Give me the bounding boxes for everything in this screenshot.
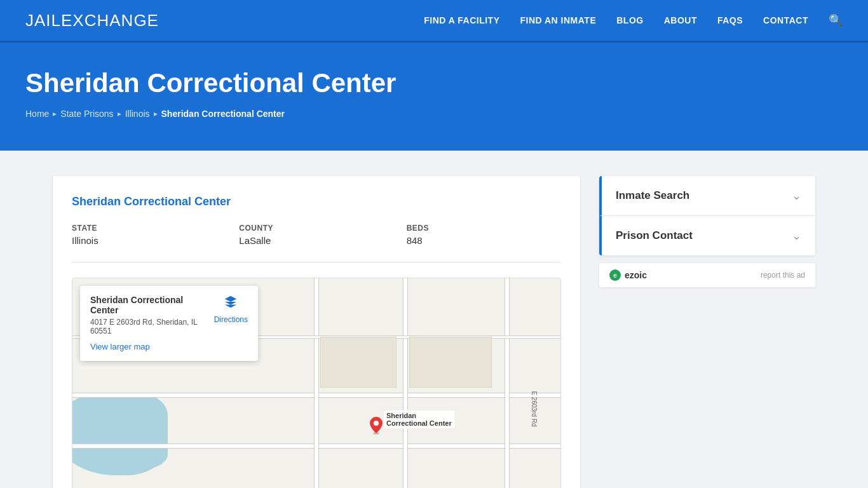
hero-section: Sheridan Correctional Center Home ▸ Stat… [0, 43, 868, 151]
road-v1 [314, 278, 319, 488]
right-sidebar: Inmate Search ⌄ Prison Contact ⌄ e ezoic… [599, 176, 815, 287]
map-info-title: Sheridan Correctional Center [90, 295, 209, 315]
beds-value: 848 [407, 235, 423, 246]
map-info-box: Sheridan Correctional Center 4017 E 2603… [80, 286, 258, 361]
header: JAILEXCHANGE FIND A FACILITY FIND AN INM… [0, 0, 868, 41]
road-label: E 2603rd Rd [531, 391, 538, 426]
state-value: Illinois [72, 235, 98, 246]
breadcrumb-current: Sheridan Correctional Center [161, 109, 285, 119]
prison-contact-label: Prison Contact [616, 229, 693, 242]
ezoic-bar: e ezoic report this ad [599, 263, 815, 287]
breadcrumb-state[interactable]: Illinois [125, 109, 150, 119]
map-pin-container [370, 417, 383, 437]
county-label: COUNTY [239, 224, 393, 233]
state-info: STATE Illinois [72, 224, 226, 247]
inmate-search-label: Inmate Search [616, 189, 689, 202]
map-pin-icon [370, 417, 383, 435]
breadcrumb-sep-3: ▸ [154, 109, 158, 118]
breadcrumb-state-prisons[interactable]: State Prisons [60, 109, 113, 119]
building-block-2 [409, 337, 492, 388]
nav-faqs[interactable]: FAQs [717, 15, 743, 25]
directions-icon [214, 295, 248, 312]
map-container[interactable]: Sheridan Correctional Center E 2603rd Rd… [72, 278, 561, 488]
beds-info: BEDS 848 [407, 224, 561, 247]
map-pin-label: Sheridan Correctional Center [384, 410, 454, 428]
logo-exchange: EXCHANGE [61, 11, 159, 30]
road-v2 [403, 278, 408, 488]
beds-label: BEDS [407, 224, 561, 233]
nav-about[interactable]: ABOUT [664, 15, 697, 25]
breadcrumb-sep-1: ▸ [53, 109, 57, 118]
breadcrumb-sep-2: ▸ [118, 109, 121, 118]
county-info: COUNTY LaSalle [239, 224, 393, 247]
prison-contact-item[interactable]: Prison Contact ⌄ [599, 216, 815, 255]
nav-find-facility[interactable]: FIND A FACILITY [424, 15, 499, 25]
svg-point-1 [374, 421, 379, 426]
map-view-larger[interactable]: View larger map [90, 342, 150, 351]
building-block-1 [320, 337, 397, 388]
inmate-search-item[interactable]: Inmate Search ⌄ [599, 176, 815, 216]
facility-info-grid: STATE Illinois COUNTY LaSalle BEDS 848 [72, 224, 561, 247]
nav-blog[interactable]: BLOG [616, 15, 643, 25]
main-content: Sheridan Correctional Center STATE Illin… [27, 151, 841, 488]
directions-link[interactable]: Directions [214, 315, 248, 324]
report-ad-link[interactable]: report this ad [761, 271, 805, 280]
directions-container: Directions [214, 295, 248, 325]
ezoic-icon: e [609, 269, 621, 281]
main-nav: FIND A FACILITY FIND AN INMATE BLOG ABOU… [424, 13, 843, 27]
breadcrumb: Home ▸ State Prisons ▸ Illinois ▸ Sherid… [25, 109, 843, 119]
ezoic-logo: e ezoic [609, 269, 647, 281]
chevron-down-icon-prison: ⌄ [792, 229, 801, 243]
ezoic-label: ezoic [625, 270, 647, 280]
facility-panel: Sheridan Correctional Center STATE Illin… [53, 176, 580, 488]
page-title: Sheridan Correctional Center [25, 68, 843, 98]
state-label: STATE [72, 224, 226, 233]
map-info-address: 4017 E 2603rd Rd, Sheridan, IL 60551 [90, 318, 209, 336]
road-v3 [505, 278, 510, 488]
info-divider [72, 262, 561, 262]
breadcrumb-home[interactable]: Home [25, 109, 49, 119]
chevron-down-icon-inmate: ⌄ [792, 189, 801, 203]
sidebar-card: Inmate Search ⌄ Prison Contact ⌄ [599, 176, 815, 255]
nav-contact[interactable]: CONTACT [763, 15, 808, 25]
nav-find-inmate[interactable]: FIND AN INMATE [520, 15, 596, 25]
logo-jail: JAIL [25, 11, 61, 30]
county-value: LaSalle [239, 235, 271, 246]
search-icon[interactable]: 🔍 [829, 13, 843, 27]
site-logo[interactable]: JAILEXCHANGE [25, 11, 159, 30]
facility-title: Sheridan Correctional Center [72, 195, 561, 208]
